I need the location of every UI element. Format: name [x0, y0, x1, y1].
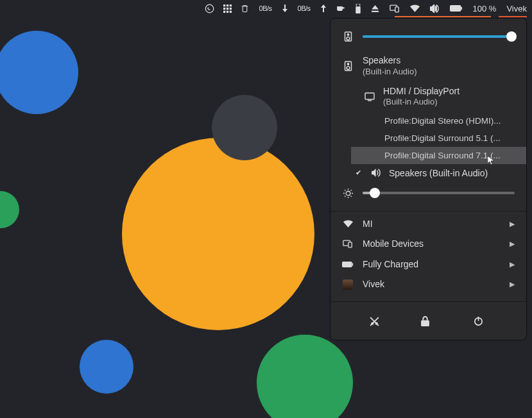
quick-actions — [330, 305, 526, 340]
output-speakers-row[interactable]: Speakers (Built-in Audio) — [330, 51, 526, 81]
brightness-icon — [342, 188, 354, 198]
svg-rect-37 — [352, 263, 354, 265]
svg-rect-7 — [223, 10, 225, 12]
output-sub: (Built-in Audio) — [363, 67, 515, 77]
check-icon: ✔ — [352, 169, 364, 177]
svg-rect-35 — [348, 242, 352, 247]
indicator-underline — [395, 16, 491, 17]
svg-rect-14 — [395, 6, 398, 12]
mobile-devices-icon — [342, 240, 354, 248]
usb-icon[interactable] — [356, 4, 361, 13]
svg-rect-10 — [356, 4, 360, 7]
selected-output-row[interactable]: ✔ Speakers (Built-in Audio) — [351, 164, 526, 182]
wifi-icon[interactable] — [410, 4, 420, 12]
volume-row — [330, 29, 526, 51]
mobile-devices-row[interactable]: Mobile Devices ▶ — [330, 234, 526, 255]
svg-rect-8 — [226, 10, 228, 12]
brightness-slider[interactable] — [363, 192, 515, 194]
battery-icon — [342, 262, 354, 267]
wifi-label: MI — [363, 219, 501, 230]
svg-point-18 — [347, 34, 348, 35]
svg-rect-16 — [461, 7, 462, 10]
svg-line-32 — [345, 196, 345, 196]
hdmi-title: HDMI / DisplayPort — [383, 86, 459, 96]
trash-icon[interactable] — [241, 4, 249, 13]
monitor-icon — [364, 92, 375, 101]
wallpaper-circle — [212, 95, 277, 160]
topbar-user[interactable]: Vivek — [506, 4, 527, 13]
settings-icon[interactable] — [369, 316, 383, 327]
hdmi-row[interactable]: HDMI / DisplayPort (Built-in Audio) — [351, 81, 526, 112]
svg-rect-11 — [356, 6, 361, 13]
separator — [330, 301, 526, 302]
battery-row[interactable]: Fully Charged ▶ — [330, 255, 526, 275]
audio-profile-item-highlighted[interactable]: Profile:Digital Surround 7.1 (... — [351, 147, 526, 164]
caffeine-icon[interactable] — [336, 4, 345, 13]
upload-arrow-icon — [321, 4, 326, 12]
audio-profile-item[interactable]: Profile:Digital Stereo (HDMI)... — [351, 112, 526, 130]
svg-rect-4 — [223, 7, 225, 9]
svg-point-21 — [347, 63, 348, 65]
audio-profile-item[interactable]: Profile:Digital Surround 5.1 (... — [351, 130, 526, 147]
user-underline — [499, 16, 527, 17]
speaker-device-icon — [342, 61, 354, 71]
chevron-right-icon: ▶ — [510, 240, 515, 248]
speaker-device-icon — [342, 31, 354, 42]
battery-percent: 100 % — [473, 4, 497, 13]
wallpaper-circle — [80, 340, 133, 394]
avatar — [342, 280, 354, 290]
volume-slider[interactable] — [363, 35, 515, 38]
svg-point-25 — [346, 191, 350, 196]
output-sublist: HDMI / DisplayPort (Built-in Audio) Prof… — [330, 81, 526, 182]
power-icon[interactable] — [474, 316, 488, 327]
wifi-row[interactable]: MI ▶ — [330, 214, 526, 235]
svg-rect-36 — [342, 262, 352, 267]
chevron-right-icon: ▶ — [510, 260, 515, 269]
battery-label: Fully Charged — [363, 259, 501, 271]
tray-icons — [205, 4, 249, 13]
top-bar: 0B/s 0B/s 100 % Vivek — [0, 0, 532, 17]
wallpaper-circle — [0, 31, 78, 114]
grid-icon[interactable] — [223, 4, 232, 13]
svg-line-31 — [350, 196, 351, 196]
wallpaper-circle — [257, 335, 353, 418]
svg-point-19 — [347, 37, 350, 40]
svg-point-41 — [375, 322, 377, 324]
svg-rect-5 — [226, 7, 228, 9]
wifi-icon — [342, 220, 354, 228]
svg-rect-6 — [229, 7, 231, 9]
battery-icon[interactable] — [450, 5, 463, 12]
selected-output-sub: (Built-in Audio) — [429, 168, 488, 178]
download-arrow-icon — [282, 4, 287, 12]
svg-rect-3 — [229, 4, 231, 6]
user-row[interactable]: Vivek ▶ — [330, 274, 526, 295]
separator — [330, 211, 526, 212]
output-title: Speakers — [363, 55, 400, 65]
svg-point-40 — [372, 322, 373, 324]
profile-label: Profile:Digital Surround 7.1 (... — [384, 151, 501, 160]
lock-icon[interactable] — [421, 316, 435, 327]
wallpaper-circle — [0, 191, 19, 228]
net-down-speed: 0B/s — [259, 4, 272, 12]
chevron-right-icon: ▶ — [510, 220, 515, 228]
system-menu: Speakers (Built-in Audio) HDMI / Display… — [330, 18, 527, 340]
chevron-right-icon: ▶ — [510, 280, 515, 288]
svg-rect-2 — [226, 4, 228, 6]
net-up-speed: 0B/s — [298, 4, 311, 12]
volume-icon[interactable] — [430, 4, 440, 13]
wallpaper-circle — [122, 138, 314, 330]
svg-rect-15 — [450, 5, 461, 12]
whatsapp-icon[interactable] — [205, 4, 214, 13]
brightness-row — [330, 182, 526, 208]
volume-icon — [372, 169, 381, 177]
eject-icon[interactable] — [371, 4, 379, 13]
svg-rect-23 — [365, 93, 374, 99]
user-label: Vivek — [363, 279, 501, 290]
mobile-devices-icon[interactable] — [390, 4, 400, 13]
svg-rect-42 — [422, 320, 430, 326]
svg-line-30 — [345, 190, 345, 190]
svg-line-33 — [350, 190, 351, 190]
svg-rect-12 — [372, 10, 379, 12]
svg-rect-9 — [229, 10, 231, 12]
selected-output-title: Speakers — [389, 168, 427, 178]
